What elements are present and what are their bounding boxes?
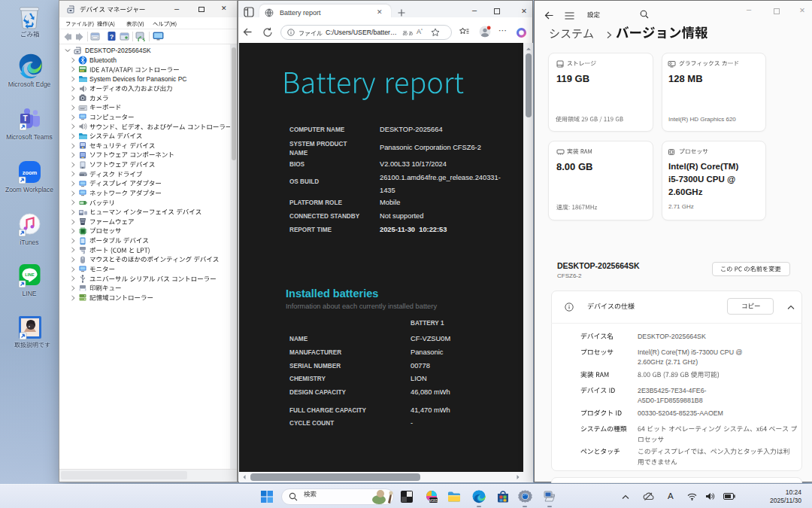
svg-text:?: ? [110, 33, 114, 41]
svg-text:LINE: LINE [25, 272, 35, 277]
svg-text:T: T [23, 114, 27, 123]
svg-text:zoom: zoom [23, 169, 38, 176]
svg-text:M365: M365 [429, 499, 438, 503]
